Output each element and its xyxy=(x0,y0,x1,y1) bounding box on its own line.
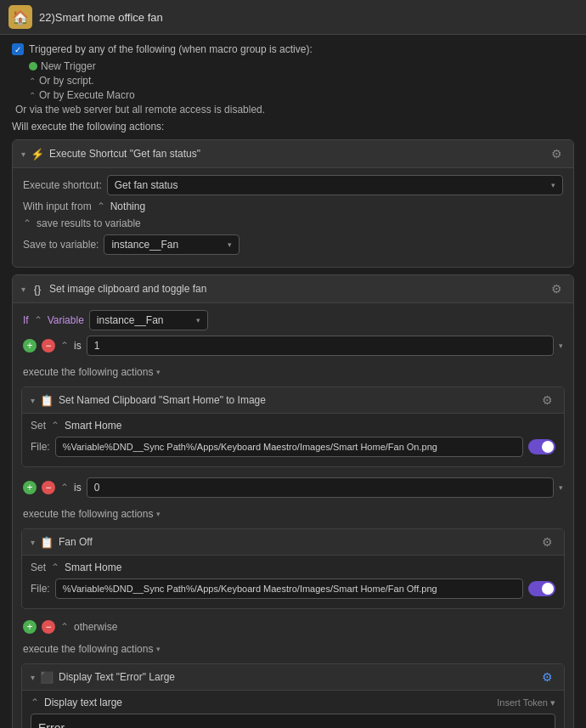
error-text-display[interactable]: Error xyxy=(31,714,555,728)
save-results-label: save results to variable xyxy=(37,217,141,229)
nested1-toggle[interactable] xyxy=(528,439,555,454)
nested2-file-label: File: xyxy=(31,583,50,595)
shortcut-icon: ⚡ xyxy=(31,147,44,161)
chevron-down-icon5: ▾ xyxy=(156,368,161,376)
execute-row1: execute the following actions ▾ xyxy=(13,361,573,383)
nested3-body: ⌃ Display text large Insert Token ▾ Erro… xyxy=(22,691,564,728)
insert-token-label: Insert Token xyxy=(497,697,548,708)
arrow-icon2: ⌃ xyxy=(29,91,36,100)
nested3-gear-button[interactable]: ⚙ xyxy=(538,669,555,686)
condition2-row: + − ⌃ is 0 ▾ xyxy=(23,477,563,498)
nested1-gear-button[interactable]: ⚙ xyxy=(538,392,555,409)
input-from-value: Nothing xyxy=(110,200,145,212)
nested3-header: ▾ ⬛ Display Text "Error" Large ⚙ xyxy=(22,664,564,691)
shortcut-label: Execute shortcut: xyxy=(23,179,102,191)
green-dot-icon xyxy=(29,62,37,71)
condition2-value: 0 xyxy=(94,482,100,494)
trigger-label: Triggered by any of the following (when … xyxy=(29,43,313,55)
nested2-body: Set ⌃ Smart Home File: xyxy=(22,556,564,608)
nested2-set-row: Set ⌃ Smart Home xyxy=(31,562,555,573)
nested2-file-input[interactable] xyxy=(55,578,523,599)
action1-title: Execute Shortcut "Get fan status" xyxy=(49,148,200,160)
chevron-down-icon3: ▾ xyxy=(196,316,200,324)
nested1-file-input[interactable] xyxy=(55,437,523,457)
variable-dropdown[interactable]: instance__Fan ▾ xyxy=(89,310,208,330)
execute-row2: execute the following actions ▾ xyxy=(13,503,573,525)
nested3-collapse-icon[interactable]: ▾ xyxy=(31,673,35,682)
action-execute-shortcut: ▾ ⚡ Execute Shortcut "Get fan status" ⚙ … xyxy=(12,139,574,268)
insert-token-button[interactable]: Insert Token ▾ xyxy=(497,697,555,708)
action2-gear-button[interactable]: ⚙ xyxy=(548,280,565,297)
remove-otherwise-button[interactable]: − xyxy=(42,620,55,634)
is-label1: is xyxy=(74,340,82,352)
nested1-file-row: File: xyxy=(31,437,555,457)
toggle-knob2-icon xyxy=(542,583,554,595)
action2-header: ▾ {} Set image clipboard and toggle fan … xyxy=(13,275,573,303)
variable-keyword: Variable xyxy=(48,314,84,326)
display-text-label: Display text large xyxy=(44,697,122,708)
nested2-header: ▾ 📋 Fan Off ⚙ xyxy=(22,529,564,556)
toggle-knob-icon xyxy=(542,441,554,453)
nested2-smart-home: Smart Home xyxy=(65,562,121,573)
nested1-header: ▾ 📋 Set Named Clipboard "Smart Home" to … xyxy=(22,387,564,414)
collapse-arrow2-icon[interactable]: ▾ xyxy=(21,285,25,294)
chevron-down-icon: ▾ xyxy=(551,181,555,189)
nested2-gear-button[interactable]: ⚙ xyxy=(538,533,555,550)
otherwise-label: otherwise xyxy=(74,621,117,633)
nested1-body: Set ⌃ Smart Home File: xyxy=(22,414,564,466)
input-from-label: With input from xyxy=(23,200,92,212)
new-trigger-label[interactable]: New Trigger xyxy=(41,60,96,72)
condition1-value: 1 xyxy=(94,340,100,352)
nested2-collapse-icon[interactable]: ▾ xyxy=(31,538,35,547)
action2-header-left: ▾ {} Set image clipboard and toggle fan xyxy=(21,282,206,296)
add-condition2-button[interactable]: + xyxy=(23,481,37,494)
input-from-row: With input from ⌃ Nothing xyxy=(23,200,563,212)
page-title: 22)Smart home office fan xyxy=(39,11,163,24)
display-text-icon: ⬛ xyxy=(40,670,54,684)
nested2-toggle[interactable] xyxy=(528,581,555,596)
new-trigger-row: New Trigger xyxy=(29,60,574,72)
spin-icon8: ⌃ xyxy=(31,697,39,708)
nested-block-fan-on: ▾ 📋 Set Named Clipboard "Smart Home" to … xyxy=(21,387,565,467)
spin-icon4: ⌃ xyxy=(51,420,59,432)
action1-header: ▾ ⚡ Execute Shortcut "Get fan status" ⚙ xyxy=(13,140,573,168)
shortcut-value: Get fan status xyxy=(115,179,178,191)
shortcut-row: Execute shortcut: Get fan status ▾ xyxy=(23,175,563,195)
spin-arrows-icon: ⌃ xyxy=(97,200,105,212)
spin-icon5: ⌃ xyxy=(60,482,69,494)
save-to-dropdown[interactable]: instance__Fan ▾ xyxy=(104,234,239,255)
nested1-collapse-icon[interactable]: ▾ xyxy=(31,396,35,405)
collapse-arrow-icon[interactable]: ▾ xyxy=(21,150,25,159)
condition1-input[interactable]: 1 xyxy=(87,336,554,356)
condition2-input[interactable]: 0 xyxy=(87,477,554,498)
remove-condition2-button[interactable]: − xyxy=(42,481,55,494)
add-condition-button[interactable]: + xyxy=(23,339,37,353)
spin-icon6: ⌃ xyxy=(51,562,59,573)
save-to-row: Save to variable: instance__Fan ▾ xyxy=(23,234,563,255)
chevron-down-icon7: ▾ xyxy=(156,510,161,518)
remove-condition-button[interactable]: − xyxy=(42,339,55,353)
execute-label1: execute the following actions xyxy=(23,366,153,378)
braces-icon: {} xyxy=(31,282,44,296)
shortcut-dropdown[interactable]: Get fan status ▾ xyxy=(107,175,563,195)
variable-value: instance__Fan xyxy=(97,314,164,326)
action2-title: Set image clipboard and toggle fan xyxy=(49,283,206,295)
save-to-label: Save to variable: xyxy=(23,239,99,251)
action1-header-left: ▾ ⚡ Execute Shortcut "Get fan status" xyxy=(21,147,200,161)
nested1-header-left: ▾ 📋 Set Named Clipboard "Smart Home" to … xyxy=(31,393,266,407)
if-keyword: If xyxy=(23,314,29,326)
nested-block-fan-off: ▾ 📋 Fan Off ⚙ Set ⌃ Smart Home File: xyxy=(21,528,565,609)
or-by-script-row: ⌃ Or by script. xyxy=(29,75,574,87)
action-set-image: ▾ {} Set image clipboard and toggle fan … xyxy=(12,274,574,728)
condition1-row: + − ⌃ is 1 ▾ xyxy=(23,336,563,356)
nested2-header-left: ▾ 📋 Fan Off xyxy=(31,535,93,549)
main-content: ✓ Triggered by any of the following (whe… xyxy=(0,35,586,728)
clipboard2-icon: 📋 xyxy=(40,535,54,549)
condition2-block: + − ⌃ is 0 ▾ xyxy=(13,474,573,498)
if-block: If ⌃ Variable instance__Fan ▾ + − ⌃ is 1… xyxy=(13,303,573,356)
action1-gear-button[interactable]: ⚙ xyxy=(548,145,565,162)
nested1-set-row: Set ⌃ Smart Home xyxy=(31,420,555,432)
trigger-checkbox[interactable]: ✓ xyxy=(12,43,24,55)
execute-row3: execute the following actions ▾ xyxy=(13,638,573,660)
add-otherwise-button[interactable]: + xyxy=(23,620,37,634)
